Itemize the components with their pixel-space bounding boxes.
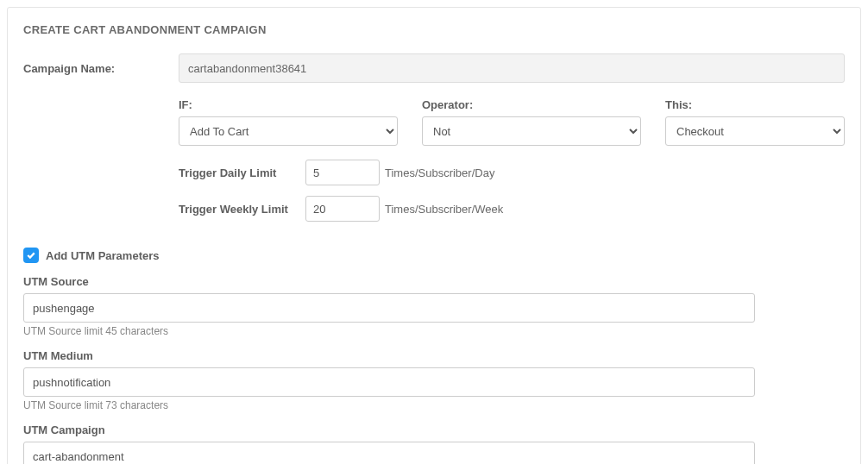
condition-selectors: IF: Add To Cart Operator: Not This: Chec… bbox=[179, 98, 845, 146]
utm-source-input[interactable] bbox=[23, 293, 755, 323]
campaign-name-input[interactable] bbox=[179, 53, 845, 83]
utm-medium-label: UTM Medium bbox=[23, 349, 845, 362]
utm-campaign-group: UTM Campaign bbox=[23, 423, 845, 464]
operator-group: Operator: Not bbox=[422, 98, 641, 146]
panel-title: CREATE CART ABANDONMENT CAMPAIGN bbox=[23, 23, 845, 36]
trigger-weekly-row: Trigger Weekly Limit Times/Subscriber/We… bbox=[179, 196, 845, 222]
campaign-name-label: Campaign Name: bbox=[23, 62, 179, 75]
checkmark-icon bbox=[26, 250, 36, 260]
campaign-name-content bbox=[179, 53, 845, 83]
conditions-row: IF: Add To Cart Operator: Not This: Chec… bbox=[23, 98, 845, 232]
utm-checkbox-row: Add UTM Parameters bbox=[23, 248, 845, 263]
utm-campaign-label: UTM Campaign bbox=[23, 423, 845, 436]
if-select[interactable]: Add To Cart bbox=[179, 116, 398, 146]
conditions-content: IF: Add To Cart Operator: Not This: Chec… bbox=[179, 98, 845, 232]
this-group: This: Checkout bbox=[665, 98, 845, 146]
trigger-daily-input[interactable] bbox=[305, 160, 380, 185]
utm-campaign-input[interactable] bbox=[23, 442, 755, 464]
utm-source-hint: UTM Source limit 45 characters bbox=[23, 325, 845, 337]
operator-label: Operator: bbox=[422, 98, 641, 111]
create-campaign-panel: CREATE CART ABANDONMENT CAMPAIGN Campaig… bbox=[7, 7, 861, 464]
if-group: IF: Add To Cart bbox=[179, 98, 398, 146]
trigger-daily-row: Trigger Daily Limit Times/Subscriber/Day bbox=[179, 160, 845, 185]
trigger-daily-suffix: Times/Subscriber/Day bbox=[385, 166, 494, 179]
utm-medium-input[interactable] bbox=[23, 367, 755, 397]
trigger-weekly-suffix: Times/Subscriber/Week bbox=[385, 203, 503, 216]
this-select[interactable]: Checkout bbox=[665, 116, 845, 146]
utm-checkbox[interactable] bbox=[23, 248, 39, 263]
utm-medium-hint: UTM Source limit 73 characters bbox=[23, 399, 845, 411]
trigger-weekly-label: Trigger Weekly Limit bbox=[179, 203, 295, 216]
utm-checkbox-label: Add UTM Parameters bbox=[46, 249, 159, 262]
this-label: This: bbox=[665, 98, 845, 111]
campaign-name-row: Campaign Name: bbox=[23, 53, 845, 83]
utm-source-group: UTM Source UTM Source limit 45 character… bbox=[23, 275, 845, 337]
utm-medium-group: UTM Medium UTM Source limit 73 character… bbox=[23, 349, 845, 411]
operator-select[interactable]: Not bbox=[422, 116, 641, 146]
trigger-weekly-input[interactable] bbox=[305, 196, 380, 222]
trigger-daily-label: Trigger Daily Limit bbox=[179, 166, 295, 179]
utm-source-label: UTM Source bbox=[23, 275, 845, 288]
if-label: IF: bbox=[179, 98, 398, 111]
